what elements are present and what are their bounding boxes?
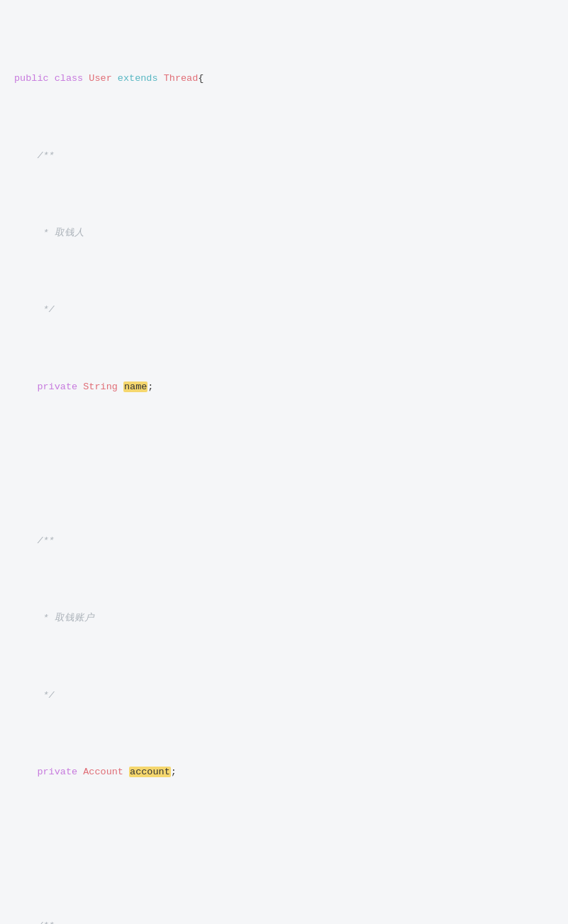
code-line [14, 842, 554, 857]
code-line: public class User extends Thread{ [14, 71, 554, 87]
code-line: /** [14, 918, 554, 924]
code-line: * 取钱账户 [14, 611, 554, 626]
code-container: public class User extends Thread{ /** * … [0, 0, 568, 924]
code-line [14, 457, 554, 472]
code-line: private String name; [14, 379, 554, 395]
code-block: public class User extends Thread{ /** * … [0, 7, 568, 924]
code-line: /** [14, 533, 554, 549]
code-line: /** [14, 148, 554, 164]
code-line: * 取钱人 [14, 226, 554, 241]
code-line: */ [14, 302, 554, 318]
code-line: */ [14, 688, 554, 703]
code-line: private Account account; [14, 764, 554, 780]
